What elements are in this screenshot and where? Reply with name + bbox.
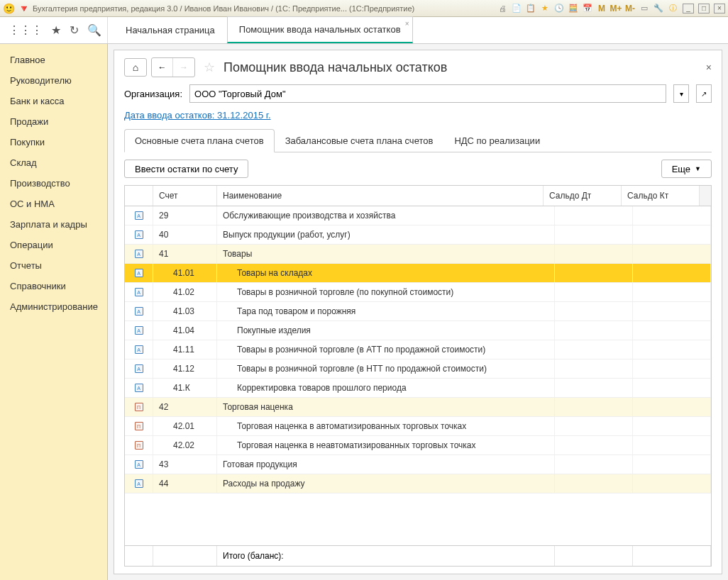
sidebar-item-reports[interactable]: Отчеты [0, 255, 107, 276]
calc-icon[interactable]: 🧮 [568, 3, 579, 14]
cell-dt [555, 417, 633, 435]
cell-name: Обслуживающие производства и хозяйства [217, 206, 555, 225]
cell-dt [555, 455, 633, 474]
mem-m[interactable]: M [596, 3, 607, 14]
table-row[interactable]: А41.11Товары в розничной торговле (в АТТ… [125, 340, 711, 359]
col-name[interactable]: Наименование [217, 186, 544, 206]
subtab-main[interactable]: Основные счета плана счетов [124, 129, 275, 152]
minimize-button[interactable]: _ [683, 4, 694, 13]
clock-icon[interactable]: 🕓 [553, 3, 565, 14]
table-row[interactable]: А41.01Товары на складах [125, 264, 711, 283]
clipboard-icon[interactable]: 📋 [525, 3, 536, 14]
cell-dt [555, 379, 633, 397]
info-icon[interactable]: ⓘ [667, 3, 678, 14]
home-button[interactable]: ⌂ [124, 58, 147, 77]
org-label: Организация: [124, 89, 182, 99]
doc-icon[interactable]: 📄 [511, 3, 522, 14]
cell-account: 29 [153, 206, 217, 225]
cell-kt [633, 245, 711, 263]
favorite-icon[interactable]: ★ [51, 23, 61, 37]
table-row[interactable]: П42.01Торговая наценка в автоматизирован… [125, 417, 711, 436]
mem-mplus[interactable]: M+ [610, 3, 622, 14]
subtab-offbalance[interactable]: Забалансовые счета плана счетов [275, 129, 444, 152]
table-row[interactable]: А41Товары [125, 245, 711, 264]
enter-balances-button[interactable]: Ввести остатки по счету [124, 160, 248, 178]
cell-kt [633, 302, 711, 320]
cell-dt [555, 359, 633, 378]
col-saldo-kt[interactable]: Сальдо Кт [622, 186, 700, 206]
back-button[interactable]: ← [152, 58, 173, 77]
cell-dt [555, 398, 633, 416]
tab-assistant[interactable]: Помощник ввода начальных остатков × [227, 16, 413, 43]
subtab-vat[interactable]: НДС по реализации [443, 129, 551, 152]
panel-close-icon[interactable]: × [706, 62, 712, 73]
sidebar-item-admin[interactable]: Администрирование [0, 296, 107, 317]
cell-kt [633, 264, 711, 282]
org-input[interactable]: ООО "Торговый Дом" [189, 84, 666, 103]
window-title: Бухгалтерия предприятия, редакция 3.0 / … [33, 4, 497, 13]
panel-icon[interactable]: ▭ [639, 3, 650, 14]
search-icon[interactable]: 🔍 [87, 23, 101, 37]
sidebar-item-manager[interactable]: Руководителю [0, 70, 107, 91]
table-row[interactable]: П42Торговая наценка [125, 398, 711, 417]
panel-title: Помощник ввода начальных остатков [224, 60, 447, 75]
org-dropdown-button[interactable]: ▾ [673, 84, 689, 103]
cell-dt [555, 225, 633, 244]
table-row[interactable]: А41.ККорректировка товаров прошлого пери… [125, 379, 711, 398]
tab-close-icon[interactable]: × [405, 20, 409, 28]
col-saldo-dt[interactable]: Сальдо Дт [544, 186, 622, 206]
table-row[interactable]: А43Готовая продукция [125, 455, 711, 474]
sidebar-item-purchases[interactable]: Покупки [0, 132, 107, 152]
tab-start[interactable]: Начальная страница [114, 17, 227, 43]
org-open-button[interactable]: ↗ [696, 84, 712, 103]
wrench-icon[interactable]: 🔧 [653, 3, 664, 14]
table-row[interactable]: А41.12Товары в розничной торговле (в НТТ… [125, 359, 711, 379]
table-row[interactable]: А44Расходы на продажу [125, 474, 711, 493]
star-toolbar-icon[interactable]: ★ [539, 3, 551, 14]
sidebar-item-salary[interactable]: Зарплата и кадры [0, 214, 107, 235]
table-row[interactable]: А40Выпуск продукции (работ, услуг) [125, 225, 711, 245]
cell-kt [633, 474, 711, 493]
history-icon[interactable]: ↻ [70, 23, 79, 37]
cell-account: 41 [153, 245, 217, 263]
cell-name: Торговая наценка [217, 398, 555, 416]
close-button[interactable]: × [714, 4, 725, 13]
sidebar-item-bank[interactable]: Банк и касса [0, 91, 107, 111]
col-account[interactable]: Счет [153, 186, 217, 206]
cell-name: Товары в розничной торговле (по покупной… [217, 283, 555, 301]
table-row[interactable]: А41.02Товары в розничной торговле (по по… [125, 283, 711, 302]
table-row[interactable]: А41.03Тара под товаром и порожняя [125, 302, 711, 321]
sidebar-item-sales[interactable]: Продажи [0, 111, 107, 132]
sidebar-item-operations[interactable]: Операции [0, 235, 107, 255]
cell-kt [633, 283, 711, 301]
sidebar-item-warehouse[interactable]: Склад [0, 152, 107, 173]
date-link[interactable]: Дата ввода остатков: 31.12.2015 г. [124, 110, 712, 121]
account-type-icon: П [135, 403, 143, 411]
more-button[interactable]: Еще ▼ [661, 160, 712, 178]
mem-mminus[interactable]: M- [624, 3, 636, 14]
sidebar-item-assets[interactable]: ОС и НМА [0, 194, 107, 214]
app-icon: 🙂 [3, 3, 15, 14]
cell-kt [633, 321, 711, 340]
table-row[interactable]: А41.04Покупные изделия [125, 321, 711, 340]
sidebar-item-production[interactable]: Производство [0, 173, 107, 194]
calendar-icon[interactable]: 📅 [582, 3, 593, 14]
cell-account: 42 [153, 398, 217, 416]
apps-icon[interactable]: ⋮⋮⋮ [9, 23, 43, 37]
star-outline-icon[interactable]: ☆ [204, 60, 215, 75]
table-row[interactable]: А29Обслуживающие производства и хозяйств… [125, 206, 711, 225]
account-type-icon: А [135, 326, 143, 335]
cell-account: 42.02 [153, 436, 217, 454]
forward-button[interactable]: → [173, 58, 194, 77]
sidebar-item-refs[interactable]: Справочники [0, 276, 107, 296]
sidebar-item-main[interactable]: Главное [0, 50, 107, 70]
cell-account: 42.01 [153, 417, 217, 435]
account-type-icon: П [135, 422, 143, 430]
cell-name: Готовая продукция [217, 455, 555, 474]
table-row[interactable]: П42.02Торговая наценка в неавтоматизиров… [125, 436, 711, 455]
dropdown-icon[interactable]: 🔻 [18, 3, 30, 14]
maximize-button[interactable]: □ [698, 4, 710, 13]
account-type-icon: А [135, 364, 143, 373]
print-icon[interactable]: 🖨 [497, 3, 508, 14]
cell-dt [555, 340, 633, 359]
